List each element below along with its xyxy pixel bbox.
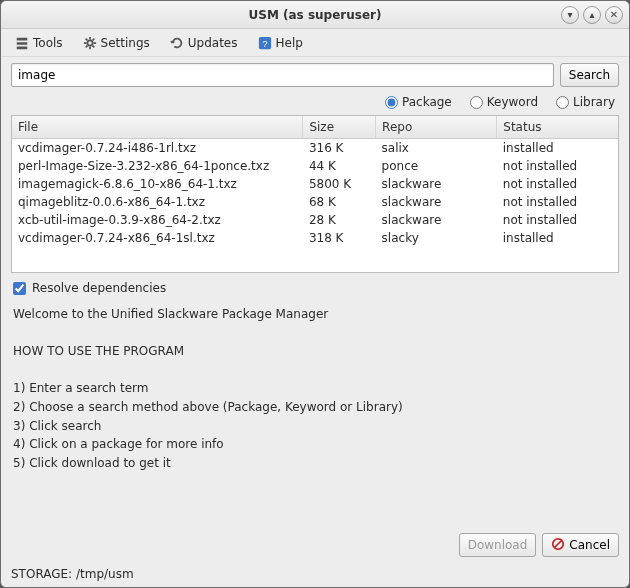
cell-status: not installed — [497, 157, 618, 175]
radio-keyword-input[interactable] — [470, 96, 483, 109]
cell-size: 316 K — [303, 139, 376, 158]
cell-size: 28 K — [303, 211, 376, 229]
table-row[interactable]: xcb-util-image-0.3.9-x86_64-2.txz28 Ksla… — [12, 211, 618, 229]
menubar: Tools Settings Updates ? Help — [1, 29, 629, 57]
cell-status: installed — [497, 229, 618, 247]
close-icon: ✕ — [610, 9, 618, 20]
help-icon: ? — [258, 36, 272, 50]
search-button[interactable]: Search — [560, 63, 619, 87]
col-header-status[interactable]: Status — [497, 116, 618, 139]
radio-library-label: Library — [573, 95, 615, 109]
cell-file: vcdimager-0.7.24-x86_64-1sl.txz — [12, 229, 303, 247]
menu-tools[interactable]: Tools — [11, 34, 67, 52]
cell-repo: slackware — [376, 211, 497, 229]
cell-size: 318 K — [303, 229, 376, 247]
cell-status: installed — [497, 139, 618, 158]
cell-file: xcb-util-image-0.3.9-x86_64-2.txz — [12, 211, 303, 229]
svg-point-0 — [87, 40, 92, 45]
footer-buttons: Download Cancel — [1, 527, 629, 563]
status-bar: STORAGE: /tmp/usm — [1, 563, 629, 587]
search-row: Search — [1, 57, 629, 91]
menu-settings-label: Settings — [101, 36, 150, 50]
gear-icon — [83, 36, 97, 50]
chevron-up-icon: ▴ — [589, 9, 594, 20]
cell-status: not installed — [497, 211, 618, 229]
radio-package-label: Package — [402, 95, 452, 109]
cell-file: perl-Image-Size-3.232-x86_64-1ponce.txz — [12, 157, 303, 175]
search-mode-row: Package Keyword Library — [1, 91, 629, 115]
cell-repo: slackware — [376, 193, 497, 211]
table-row[interactable]: imagemagick-6.8.6_10-x86_64-1.txz5800 Ks… — [12, 175, 618, 193]
tools-icon — [15, 36, 29, 50]
results-table: File Size Repo Status vcdimager-0.7.24-i… — [12, 116, 618, 247]
window-buttons: ▾ ▴ ✕ — [561, 6, 623, 24]
svg-text:?: ? — [262, 37, 267, 48]
col-header-repo[interactable]: Repo — [376, 116, 497, 139]
menu-tools-label: Tools — [33, 36, 63, 50]
table-row[interactable]: perl-Image-Size-3.232-x86_64-1ponce.txz4… — [12, 157, 618, 175]
cancel-button[interactable]: Cancel — [542, 533, 619, 557]
cell-repo: slacky — [376, 229, 497, 247]
results-body: vcdimager-0.7.24-i486-1rl.txz316 Ksalixi… — [12, 139, 618, 248]
cell-repo: ponce — [376, 157, 497, 175]
cell-size: 5800 K — [303, 175, 376, 193]
radio-package[interactable]: Package — [385, 95, 452, 109]
menu-updates-label: Updates — [188, 36, 238, 50]
col-header-file[interactable]: File — [12, 116, 303, 139]
cancel-label: Cancel — [569, 538, 610, 552]
cell-repo: salix — [376, 139, 497, 158]
radio-keyword-label: Keyword — [487, 95, 538, 109]
refresh-icon — [170, 36, 184, 50]
table-row[interactable]: qimageblitz-0.0.6-x86_64-1.txz68 Kslackw… — [12, 193, 618, 211]
resolve-checkbox[interactable] — [13, 282, 26, 295]
resolve-dependencies[interactable]: Resolve dependencies — [1, 273, 629, 301]
menu-updates[interactable]: Updates — [166, 34, 242, 52]
svg-line-4 — [555, 540, 562, 547]
cell-file: qimageblitz-0.0.6-x86_64-1.txz — [12, 193, 303, 211]
minimize-button[interactable]: ▾ — [561, 6, 579, 24]
titlebar: USM (as superuser) ▾ ▴ ✕ — [1, 1, 629, 29]
search-input[interactable] — [11, 63, 554, 87]
cell-size: 44 K — [303, 157, 376, 175]
col-header-size[interactable]: Size — [303, 116, 376, 139]
chevron-down-icon: ▾ — [567, 9, 572, 20]
table-row[interactable]: vcdimager-0.7.24-i486-1rl.txz316 Ksalixi… — [12, 139, 618, 158]
radio-library[interactable]: Library — [556, 95, 615, 109]
resolve-label: Resolve dependencies — [32, 281, 166, 295]
download-button[interactable]: Download — [459, 533, 537, 557]
menu-settings[interactable]: Settings — [79, 34, 154, 52]
close-button[interactable]: ✕ — [605, 6, 623, 24]
window-title: USM (as superuser) — [7, 8, 623, 22]
results-table-container: File Size Repo Status vcdimager-0.7.24-i… — [11, 115, 619, 273]
help-text: Welcome to the Unified Slackware Package… — [1, 301, 629, 527]
cell-status: not installed — [497, 175, 618, 193]
app-window: USM (as superuser) ▾ ▴ ✕ Tools Settings … — [0, 0, 630, 588]
radio-package-input[interactable] — [385, 96, 398, 109]
cell-repo: slackware — [376, 175, 497, 193]
cell-file: imagemagick-6.8.6_10-x86_64-1.txz — [12, 175, 303, 193]
radio-keyword[interactable]: Keyword — [470, 95, 538, 109]
cell-file: vcdimager-0.7.24-i486-1rl.txz — [12, 139, 303, 158]
cell-status: not installed — [497, 193, 618, 211]
menu-help-label: Help — [276, 36, 303, 50]
cancel-icon — [551, 537, 565, 554]
maximize-button[interactable]: ▴ — [583, 6, 601, 24]
radio-library-input[interactable] — [556, 96, 569, 109]
cell-size: 68 K — [303, 193, 376, 211]
menu-help[interactable]: ? Help — [254, 34, 307, 52]
table-row[interactable]: vcdimager-0.7.24-x86_64-1sl.txz318 Kslac… — [12, 229, 618, 247]
